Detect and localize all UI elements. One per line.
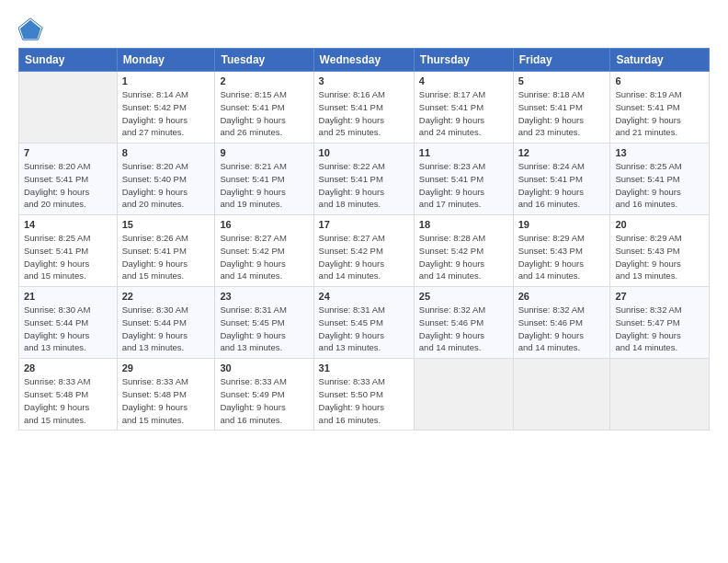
day-info: Sunrise: 8:29 AMSunset: 5:43 PMDaylight:… — [615, 232, 704, 282]
calendar-week-row: 14Sunrise: 8:25 AMSunset: 5:41 PMDayligh… — [19, 215, 710, 287]
calendar-week-row: 21Sunrise: 8:30 AMSunset: 5:44 PMDayligh… — [19, 287, 710, 359]
day-info: Sunrise: 8:30 AMSunset: 5:44 PMDaylight:… — [122, 304, 210, 354]
calendar-cell: 10Sunrise: 8:22 AMSunset: 5:41 PMDayligh… — [313, 144, 414, 215]
day-number: 21 — [24, 291, 112, 302]
calendar-cell: 9Sunrise: 8:21 AMSunset: 5:41 PMDaylight… — [215, 144, 313, 215]
calendar-cell: 11Sunrise: 8:23 AMSunset: 5:41 PMDayligh… — [414, 144, 513, 215]
calendar-week-row: 7Sunrise: 8:20 AMSunset: 5:41 PMDaylight… — [19, 144, 710, 215]
calendar-cell: 1Sunrise: 8:14 AMSunset: 5:42 PMDaylight… — [117, 72, 215, 144]
day-info: Sunrise: 8:31 AMSunset: 5:45 PMDaylight:… — [319, 304, 409, 354]
day-number: 28 — [24, 362, 112, 373]
day-info: Sunrise: 8:19 AMSunset: 5:41 PMDaylight:… — [615, 88, 704, 139]
calendar-cell: 7Sunrise: 8:20 AMSunset: 5:41 PMDaylight… — [19, 144, 118, 215]
day-number: 22 — [122, 291, 210, 302]
day-number: 23 — [220, 291, 308, 302]
day-info: Sunrise: 8:27 AMSunset: 5:42 PMDaylight:… — [220, 232, 308, 282]
day-info: Sunrise: 8:23 AMSunset: 5:41 PMDaylight:… — [419, 160, 508, 211]
calendar-cell: 19Sunrise: 8:29 AMSunset: 5:43 PMDayligh… — [513, 215, 610, 287]
day-number: 10 — [319, 147, 409, 158]
day-number: 8 — [122, 147, 210, 158]
calendar-cell: 23Sunrise: 8:31 AMSunset: 5:45 PMDayligh… — [215, 287, 313, 359]
calendar-cell: 18Sunrise: 8:28 AMSunset: 5:42 PMDayligh… — [414, 215, 513, 287]
day-number: 9 — [220, 147, 308, 158]
calendar-table: SundayMondayTuesdayWednesdayThursdayFrid… — [18, 48, 710, 431]
logo — [18, 17, 48, 42]
day-number: 26 — [518, 291, 606, 302]
day-number: 29 — [122, 362, 210, 373]
calendar-cell — [414, 359, 513, 431]
day-info: Sunrise: 8:32 AMSunset: 5:47 PMDaylight:… — [615, 304, 704, 354]
day-number: 16 — [220, 219, 308, 230]
calendar-cell: 14Sunrise: 8:25 AMSunset: 5:41 PMDayligh… — [19, 215, 118, 287]
day-info: Sunrise: 8:16 AMSunset: 5:41 PMDaylight:… — [319, 88, 409, 139]
day-number: 27 — [615, 291, 704, 302]
calendar-cell: 12Sunrise: 8:24 AMSunset: 5:41 PMDayligh… — [513, 144, 610, 215]
header — [18, 17, 710, 42]
calendar-cell: 5Sunrise: 8:18 AMSunset: 5:41 PMDaylight… — [513, 72, 610, 144]
day-number: 7 — [24, 147, 112, 158]
calendar-week-row: 1Sunrise: 8:14 AMSunset: 5:42 PMDaylight… — [19, 72, 710, 144]
calendar-cell: 17Sunrise: 8:27 AMSunset: 5:42 PMDayligh… — [313, 215, 414, 287]
day-number: 12 — [518, 147, 606, 158]
calendar-cell: 4Sunrise: 8:17 AMSunset: 5:41 PMDaylight… — [414, 72, 513, 144]
calendar-cell: 15Sunrise: 8:26 AMSunset: 5:41 PMDayligh… — [117, 215, 215, 287]
day-info: Sunrise: 8:25 AMSunset: 5:41 PMDaylight:… — [24, 232, 112, 282]
calendar-cell: 29Sunrise: 8:33 AMSunset: 5:48 PMDayligh… — [117, 359, 215, 431]
calendar-cell: 2Sunrise: 8:15 AMSunset: 5:41 PMDaylight… — [215, 72, 313, 144]
day-info: Sunrise: 8:33 AMSunset: 5:49 PMDaylight:… — [220, 375, 308, 426]
day-number: 11 — [419, 147, 508, 158]
calendar-cell: 3Sunrise: 8:16 AMSunset: 5:41 PMDaylight… — [313, 72, 414, 144]
weekday-header-sunday: Sunday — [19, 49, 118, 72]
day-info: Sunrise: 8:32 AMSunset: 5:46 PMDaylight:… — [419, 304, 508, 354]
logo-icon — [18, 17, 44, 42]
weekday-header-saturday: Saturday — [610, 49, 710, 72]
day-number: 6 — [615, 75, 704, 86]
calendar-cell: 30Sunrise: 8:33 AMSunset: 5:49 PMDayligh… — [215, 359, 313, 431]
day-info: Sunrise: 8:18 AMSunset: 5:41 PMDaylight:… — [518, 88, 606, 139]
day-number: 17 — [319, 219, 409, 230]
day-info: Sunrise: 8:29 AMSunset: 5:43 PMDaylight:… — [518, 232, 606, 282]
day-info: Sunrise: 8:26 AMSunset: 5:41 PMDaylight:… — [122, 232, 210, 282]
page: SundayMondayTuesdayWednesdayThursdayFrid… — [0, 0, 728, 563]
day-info: Sunrise: 8:33 AMSunset: 5:48 PMDaylight:… — [24, 375, 112, 426]
day-info: Sunrise: 8:33 AMSunset: 5:50 PMDaylight:… — [319, 375, 409, 426]
day-number: 15 — [122, 219, 210, 230]
day-info: Sunrise: 8:22 AMSunset: 5:41 PMDaylight:… — [319, 160, 409, 211]
day-number: 14 — [24, 219, 112, 230]
day-info: Sunrise: 8:28 AMSunset: 5:42 PMDaylight:… — [419, 232, 508, 282]
day-number: 24 — [319, 291, 409, 302]
day-info: Sunrise: 8:24 AMSunset: 5:41 PMDaylight:… — [518, 160, 606, 211]
day-info: Sunrise: 8:32 AMSunset: 5:46 PMDaylight:… — [518, 304, 606, 354]
weekday-header-tuesday: Tuesday — [215, 49, 313, 72]
weekday-header-thursday: Thursday — [414, 49, 513, 72]
calendar-cell: 13Sunrise: 8:25 AMSunset: 5:41 PMDayligh… — [610, 144, 710, 215]
day-info: Sunrise: 8:33 AMSunset: 5:48 PMDaylight:… — [122, 375, 210, 426]
day-number: 1 — [122, 75, 210, 86]
day-info: Sunrise: 8:31 AMSunset: 5:45 PMDaylight:… — [220, 304, 308, 354]
day-info: Sunrise: 8:20 AMSunset: 5:40 PMDaylight:… — [122, 160, 210, 211]
day-number: 18 — [419, 219, 508, 230]
calendar-cell: 20Sunrise: 8:29 AMSunset: 5:43 PMDayligh… — [610, 215, 710, 287]
calendar-cell: 24Sunrise: 8:31 AMSunset: 5:45 PMDayligh… — [313, 287, 414, 359]
day-info: Sunrise: 8:20 AMSunset: 5:41 PMDaylight:… — [24, 160, 112, 211]
day-number: 19 — [518, 219, 606, 230]
day-number: 3 — [319, 75, 409, 86]
day-number: 25 — [419, 291, 508, 302]
day-number: 5 — [518, 75, 606, 86]
weekday-header-monday: Monday — [117, 49, 215, 72]
calendar-cell — [610, 359, 710, 431]
weekday-header-row: SundayMondayTuesdayWednesdayThursdayFrid… — [19, 49, 710, 72]
day-info: Sunrise: 8:27 AMSunset: 5:42 PMDaylight:… — [319, 232, 409, 282]
day-info: Sunrise: 8:17 AMSunset: 5:41 PMDaylight:… — [419, 88, 508, 139]
calendar-cell: 27Sunrise: 8:32 AMSunset: 5:47 PMDayligh… — [610, 287, 710, 359]
day-info: Sunrise: 8:21 AMSunset: 5:41 PMDaylight:… — [220, 160, 308, 211]
day-number: 13 — [615, 147, 704, 158]
calendar-cell: 31Sunrise: 8:33 AMSunset: 5:50 PMDayligh… — [313, 359, 414, 431]
calendar-cell — [19, 72, 118, 144]
day-info: Sunrise: 8:15 AMSunset: 5:41 PMDaylight:… — [220, 88, 308, 139]
day-info: Sunrise: 8:30 AMSunset: 5:44 PMDaylight:… — [24, 304, 112, 354]
svg-marker-0 — [20, 20, 40, 40]
calendar-cell: 25Sunrise: 8:32 AMSunset: 5:46 PMDayligh… — [414, 287, 513, 359]
day-number: 2 — [220, 75, 308, 86]
calendar-cell: 22Sunrise: 8:30 AMSunset: 5:44 PMDayligh… — [117, 287, 215, 359]
